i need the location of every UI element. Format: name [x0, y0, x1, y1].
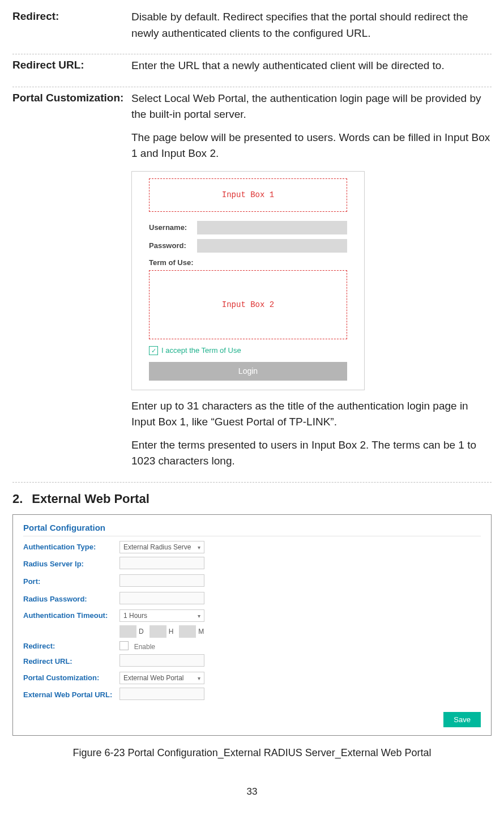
- preview-password-field: [197, 239, 347, 253]
- panel-divider: [23, 536, 481, 536]
- redirect-enable-text: Enable: [134, 643, 155, 651]
- auth-timeout-value: 1 Hours: [123, 612, 147, 620]
- save-button[interactable]: Save: [443, 712, 481, 727]
- radius-password-input[interactable]: [119, 592, 204, 604]
- panel-title: Portal Configuration: [23, 523, 481, 536]
- lbl-radius-password: Radius Password:: [23, 595, 119, 603]
- section-title: External Web Portal: [32, 492, 149, 506]
- preview-login-button: Login: [149, 362, 347, 381]
- portal-customization-value: External Web Portal: [123, 674, 184, 682]
- lbl-external-web-portal-url: External Web Portal URL:: [23, 690, 119, 699]
- preview-terms-lbl: Term of Use:: [149, 257, 347, 268]
- desc-portal-custom-3: Enter up to 31 characters as the title o…: [131, 398, 492, 430]
- days-input[interactable]: [119, 625, 136, 638]
- preview-username-lbl: Username:: [149, 222, 197, 233]
- term-portal-custom: Portal Customization:: [12, 91, 131, 106]
- desc-portal-custom-1: Select Local Web Portal, the authenticat…: [131, 91, 492, 123]
- section-number: 2.: [12, 492, 23, 506]
- portal-customization-select[interactable]: External Web Portal ▾: [119, 672, 204, 684]
- lbl-radius-ip: Radius Server Ip:: [23, 560, 119, 568]
- port-input[interactable]: [119, 574, 204, 587]
- lbl-auth-type: Authentication Type:: [23, 543, 119, 551]
- lbl-auth-timeout: Authentication Timeout:: [23, 611, 119, 620]
- auth-type-value: External Radius Serve: [123, 543, 191, 551]
- input-box-1: Input Box 1: [149, 178, 347, 212]
- minutes-input[interactable]: [179, 625, 196, 638]
- chevron-down-icon: ▾: [198, 544, 200, 550]
- desc-redirect-url: Enter the URL that a newly authenticated…: [131, 58, 492, 74]
- portal-configuration-panel: Portal Configuration Authentication Type…: [12, 514, 492, 736]
- term-redirect: Redirect:: [12, 9, 131, 24]
- unit-h: H: [169, 628, 174, 635]
- auth-timeout-select[interactable]: 1 Hours ▾: [119, 609, 204, 622]
- auth-type-select[interactable]: External Radius Serve ▾: [119, 541, 204, 553]
- hours-input[interactable]: [150, 625, 166, 638]
- desc-portal-custom-4: Enter the terms presented to users in In…: [131, 437, 492, 470]
- unit-d: D: [139, 628, 144, 635]
- desc-portal-custom-2: The page below will be presented to user…: [131, 130, 492, 162]
- preview-username-field: [197, 221, 347, 234]
- term-redirect-url: Redirect URL:: [12, 58, 131, 73]
- unit-m: M: [198, 628, 204, 635]
- lbl-redirect-url: Redirect URL:: [23, 657, 119, 666]
- redirect-url-input[interactable]: [119, 654, 204, 667]
- external-web-portal-url-input[interactable]: [119, 688, 204, 700]
- input-box-2: Input Box 2: [149, 270, 347, 339]
- check-icon: ✓: [149, 346, 158, 355]
- chevron-down-icon: ▾: [198, 675, 200, 681]
- figure-caption: Figure 6-23 Portal Configuration_Externa…: [12, 747, 492, 759]
- preview-password-lbl: Password:: [149, 240, 197, 251]
- radius-server-ip-input[interactable]: [119, 557, 204, 569]
- lbl-redirect: Redirect:: [23, 642, 119, 650]
- lbl-portal-custom: Portal Customization:: [23, 673, 119, 682]
- desc-redirect: Disable by default. Redirect specifies t…: [131, 9, 492, 41]
- section-external-web-portal: 2.External Web Portal: [12, 492, 492, 506]
- chevron-down-icon: ▾: [198, 612, 200, 619]
- divider: [12, 482, 492, 483]
- login-preview: Input Box 1 Username: Password: Term of …: [131, 171, 365, 390]
- lbl-port: Port:: [23, 577, 119, 586]
- preview-accept-text: I accept the Term of Use: [161, 345, 241, 356]
- preview-accept-row: ✓ I accept the Term of Use: [149, 345, 347, 356]
- redirect-enable-checkbox[interactable]: [119, 641, 129, 650]
- page-number: 33: [12, 786, 492, 797]
